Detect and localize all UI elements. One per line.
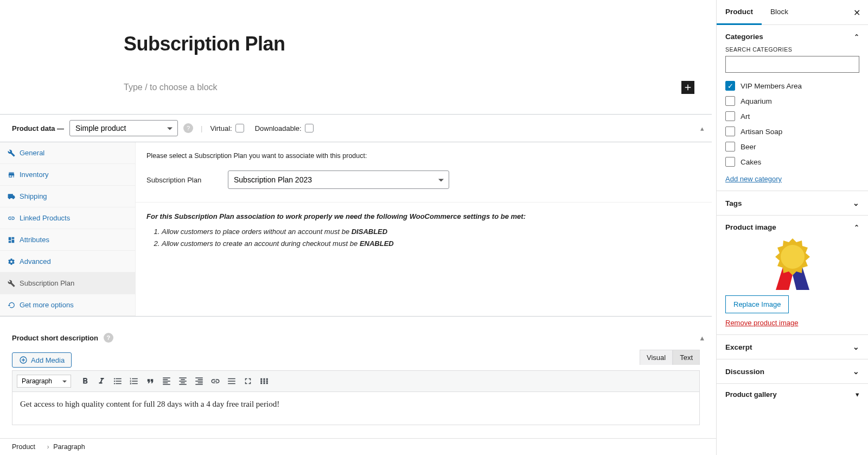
fullscreen-icon bbox=[243, 376, 253, 386]
tab-shipping[interactable]: Shipping bbox=[0, 186, 135, 207]
category-checkbox[interactable] bbox=[725, 157, 735, 167]
editor-body[interactable]: Get access to high quality content for f… bbox=[12, 392, 699, 425]
tab-inventory[interactable]: Inventory bbox=[0, 164, 135, 186]
category-checkbox[interactable] bbox=[725, 127, 735, 136]
page-title[interactable]: Subscription Plan bbox=[124, 33, 716, 55]
product-gallery-heading[interactable]: Product gallery▾ bbox=[717, 384, 868, 405]
caret-down-icon: ▾ bbox=[856, 390, 859, 399]
subscription-instruction: Please select a Subscription Plan you wa… bbox=[146, 152, 701, 160]
category-item-soap[interactable]: Artisan Soap bbox=[725, 124, 859, 139]
settings-sidebar: Product Block ✕ Categories⌃ SEARCH CATEG… bbox=[716, 0, 868, 455]
chevron-down-icon: ⌄ bbox=[853, 199, 859, 207]
category-checkbox[interactable] bbox=[725, 142, 735, 151]
italic-icon bbox=[97, 376, 106, 386]
help-icon[interactable]: ? bbox=[104, 333, 113, 343]
virtual-checkbox[interactable] bbox=[235, 124, 244, 132]
media-icon bbox=[19, 356, 28, 364]
product-type-select[interactable]: Simple product bbox=[69, 120, 178, 136]
block-placeholder[interactable]: Type / to choose a block bbox=[124, 83, 218, 92]
categories-heading[interactable]: Categories⌃ bbox=[725, 33, 859, 41]
subscription-plan-select[interactable]: Subscription Plan 2023 bbox=[228, 170, 449, 189]
align-right-button[interactable] bbox=[192, 374, 207, 389]
fullscreen-button[interactable] bbox=[240, 374, 256, 389]
bold-icon bbox=[80, 376, 90, 386]
category-checkbox[interactable] bbox=[725, 96, 735, 106]
plus-icon bbox=[683, 83, 693, 92]
chevron-right-icon: › bbox=[47, 443, 49, 451]
settings-note-1: Allow customers to place orders without … bbox=[162, 226, 701, 238]
align-center-button[interactable] bbox=[175, 374, 190, 389]
editor-toolbar: Paragraph bbox=[12, 371, 699, 392]
search-categories-input[interactable] bbox=[725, 56, 859, 73]
add-block-button[interactable] bbox=[681, 81, 694, 94]
category-item-beer[interactable]: Beer bbox=[725, 139, 859, 154]
add-media-button[interactable]: Add Media bbox=[12, 352, 72, 368]
chevron-up-icon: ⌃ bbox=[854, 33, 859, 41]
categories-panel: Categories⌃ SEARCH CATEGORIES VIP Member… bbox=[717, 25, 868, 191]
format-select[interactable]: Paragraph bbox=[17, 375, 71, 388]
settings-note-head: For this Subscription Plan association t… bbox=[146, 212, 701, 220]
product-image-panel: Product image⌃ Replace Image Remove prod… bbox=[717, 216, 868, 335]
chevron-down-icon: ⌄ bbox=[853, 343, 859, 351]
quote-button[interactable] bbox=[143, 374, 158, 389]
sidebar-tab-product[interactable]: Product bbox=[717, 0, 762, 25]
remove-image-link[interactable]: Remove product image bbox=[725, 319, 798, 327]
product-image-heading[interactable]: Product image⌃ bbox=[725, 223, 859, 231]
category-checkbox[interactable] bbox=[725, 111, 735, 121]
tab-get-more[interactable]: Get more options bbox=[0, 294, 135, 316]
breadcrumb-item-paragraph[interactable]: Paragraph bbox=[53, 443, 85, 451]
italic-button[interactable] bbox=[94, 374, 109, 389]
tab-advanced[interactable]: Advanced bbox=[0, 251, 135, 273]
add-new-category-link[interactable]: Add new category bbox=[725, 175, 782, 183]
search-categories-label: SEARCH CATEGORIES bbox=[725, 46, 859, 53]
svg-point-2 bbox=[781, 245, 805, 269]
collapse-icon[interactable]: ▴ bbox=[700, 124, 704, 132]
tab-subscription-plan[interactable]: Subscription Plan bbox=[0, 273, 135, 294]
product-image-preview[interactable] bbox=[725, 236, 859, 290]
kitchensink-button[interactable] bbox=[257, 374, 272, 389]
tab-linked[interactable]: Linked Products bbox=[0, 207, 135, 229]
product-data-label: Product data — bbox=[12, 124, 64, 132]
category-checkbox[interactable] bbox=[725, 81, 735, 91]
category-item-vip[interactable]: VIP Members Area bbox=[725, 78, 859, 93]
editor-tab-visual[interactable]: Visual bbox=[640, 350, 673, 365]
category-item-cakes[interactable]: Cakes bbox=[725, 154, 859, 169]
tab-attributes[interactable]: Attributes bbox=[0, 229, 135, 251]
bold-button[interactable] bbox=[78, 374, 93, 389]
readmore-button[interactable] bbox=[224, 374, 239, 389]
breadcrumb-item-product[interactable]: Product bbox=[12, 443, 35, 451]
virtual-label: Virtual: bbox=[210, 124, 244, 132]
align-left-button[interactable] bbox=[159, 374, 174, 389]
excerpt-panel-heading[interactable]: Excerpt⌄ bbox=[717, 335, 868, 359]
settings-note-2: Allow customers to create an account dur… bbox=[162, 238, 701, 250]
help-icon[interactable]: ? bbox=[183, 123, 193, 133]
ol-button[interactable] bbox=[126, 374, 142, 389]
replace-image-button[interactable]: Replace Image bbox=[725, 295, 789, 313]
category-item-art[interactable]: Art bbox=[725, 109, 859, 124]
subscription-plan-label: Subscription Plan bbox=[146, 176, 228, 184]
chevron-up-icon: ⌃ bbox=[854, 224, 859, 231]
product-data-tabs: General Inventory Shipping Linked Produc… bbox=[0, 142, 136, 316]
ul-button[interactable] bbox=[110, 374, 125, 389]
collapse-icon[interactable]: ▴ bbox=[700, 334, 704, 342]
ul-icon bbox=[113, 376, 123, 386]
editor-tab-text[interactable]: Text bbox=[673, 350, 700, 365]
align-right-icon bbox=[194, 376, 204, 386]
quote-icon bbox=[145, 376, 155, 386]
short-description-heading: Product short description bbox=[12, 334, 98, 342]
discussion-panel-heading[interactable]: Discussion⌄ bbox=[717, 359, 868, 384]
align-center-icon bbox=[178, 376, 188, 386]
link-button[interactable] bbox=[208, 374, 223, 389]
ol-icon bbox=[129, 376, 139, 386]
align-left-icon bbox=[162, 376, 171, 386]
downloadable-label: Downloadable: bbox=[255, 124, 314, 132]
link-icon bbox=[210, 376, 220, 386]
product-data-panel: Product data — Simple product ? | Virtua… bbox=[0, 114, 712, 317]
tags-panel-heading[interactable]: Tags⌄ bbox=[717, 191, 868, 216]
product-data-content: Please select a Subscription Plan you wa… bbox=[136, 142, 712, 316]
sidebar-tab-block[interactable]: Block bbox=[762, 0, 797, 24]
downloadable-checkbox[interactable] bbox=[305, 124, 314, 132]
category-item-aquarium[interactable]: Aquarium bbox=[725, 93, 859, 109]
tab-general[interactable]: General bbox=[0, 142, 135, 164]
close-sidebar-button[interactable]: ✕ bbox=[853, 8, 860, 18]
